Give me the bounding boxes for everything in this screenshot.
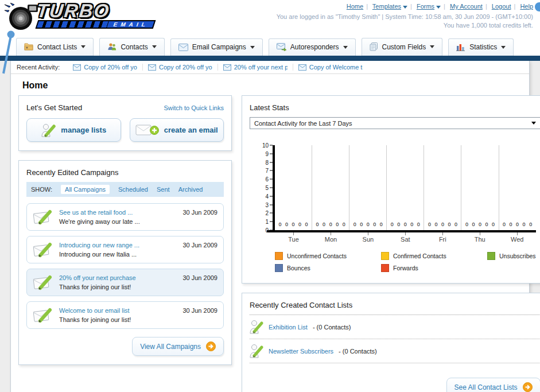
campaign-row[interactable]: Introducing our new range ... Introducin…: [26, 236, 224, 263]
logo-text: TURBO EMAIL: [37, 2, 154, 29]
switch-quick-links-link[interactable]: Switch to Quick Links: [164, 104, 224, 111]
chevron-down-icon: [152, 45, 157, 48]
chart-legend: Unconfirmed ContactsConfirmed ContactsUn…: [275, 252, 536, 272]
envelope-pencil-icon: [33, 242, 53, 258]
folder-icon: [24, 42, 33, 51]
filter-sent[interactable]: Sent: [157, 186, 170, 193]
recent-contact-lists-panel: Recently Created Contact Lists Exhibitio…: [242, 293, 540, 392]
envelope-icon: [298, 64, 306, 71]
contact-list-count: - (0 Contacts): [313, 324, 351, 331]
header: TURBO EMAIL Home| Templates| Forms| My A…: [0, 0, 540, 36]
recent-activity-item[interactable]: Copy of Welcome to: [293, 64, 368, 71]
envelope-pencil-icon: [33, 307, 53, 324]
navy-divider-bar: [0, 56, 540, 61]
nav-link-home[interactable]: Home: [347, 3, 363, 10]
latest-stats-title: Latest Stats: [250, 103, 540, 112]
contact-list-link[interactable]: Newsletter Subscribers: [269, 348, 333, 355]
nav-link-templates[interactable]: Templates: [372, 3, 407, 10]
tab-autoresponders[interactable]: Autoresponders: [269, 38, 356, 56]
legend-item: Unconfirmed Contacts: [275, 252, 381, 260]
recent-contact-lists-title: Recently Created Contact Lists: [250, 301, 540, 309]
stats-period-select[interactable]: Contact Activity for the Last 7 Days: [250, 117, 540, 129]
contact-activity-chart: 109876543210 000000000000000000000000000…: [258, 145, 536, 272]
legend-item: Bounces: [275, 264, 381, 272]
chevron-down-icon: [531, 122, 536, 125]
campaign-title-link[interactable]: See us at the retail food ...: [59, 208, 177, 218]
campaign-subtitle: Introducing our new Italia ...: [59, 250, 177, 259]
nav-link-help[interactable]: Help: [520, 3, 533, 10]
campaign-subtitle: Thanks for joining our list!: [59, 282, 177, 292]
pages-icon: [370, 42, 378, 51]
get-started-title: Let's Get Started: [26, 103, 82, 112]
tab-email-campaigns[interactable]: Email Campaigns: [170, 38, 263, 56]
filter-scheduled[interactable]: Scheduled: [118, 186, 148, 193]
recent-activity-item[interactable]: Copy of 20% off yo: [68, 64, 142, 71]
campaign-filter-bar: SHOW: All Campaigns Scheduled Sent Archi…: [26, 182, 224, 197]
turbo-swirl-icon: [5, 3, 40, 32]
contact-list-item: Newsletter Subscribers - (0 Contacts): [250, 339, 540, 363]
recent-campaigns-title: Recently Edited Campaigns: [26, 168, 224, 177]
manage-lists-button[interactable]: manage lists: [26, 118, 121, 142]
chart-plot: 00000000000000000000000000000000000: [273, 145, 536, 230]
envelope-icon: [178, 44, 188, 51]
nav-link-logout[interactable]: Logout: [492, 3, 511, 10]
contact-list-link[interactable]: Exhibition List: [269, 324, 308, 331]
tab-contacts[interactable]: Contacts: [99, 38, 164, 56]
recent-campaigns-panel: Recently Edited Campaigns SHOW: All Camp…: [18, 160, 232, 365]
person-pencil-icon: [250, 319, 263, 335]
chevron-down-icon: [501, 46, 506, 49]
latest-stats-panel: Latest Stats Contact Activity for the La…: [242, 95, 540, 284]
campaign-title-link[interactable]: Welcome to our email list: [59, 306, 177, 316]
main-nav-tabs: Contact Lists Contacts Email Campaigns A…: [0, 36, 540, 56]
header-right: Home| Templates| Forms| My Account| Logo…: [277, 3, 533, 30]
campaign-title-link[interactable]: Introducing our new range ...: [59, 240, 177, 250]
logo-email-bar: EMAIL: [36, 20, 156, 29]
bar-chart-icon: [456, 43, 465, 51]
chevron-down-icon: [430, 45, 434, 48]
chart-x-labels: TueMonSunSatFriThuWed: [275, 232, 536, 243]
filter-archived[interactable]: Archived: [178, 186, 203, 193]
campaign-subtitle: Thanks for joining our list!: [59, 315, 177, 325]
arrow-circle-icon: [523, 382, 533, 392]
turbo-email-logo: TURBO EMAIL: [5, 2, 154, 32]
campaign-row[interactable]: See us at the retail food ... We're givi…: [26, 203, 224, 231]
envelope-icon: [148, 64, 156, 71]
contacts-icon: [107, 42, 116, 51]
chevron-down-icon: [343, 46, 348, 49]
see-all-contact-lists-button[interactable]: See All Contact Lists: [446, 378, 540, 392]
logo-title: TURBO: [36, 2, 155, 20]
callout-pointer: [0, 30, 17, 75]
login-info-line: You are logged in as "Timothy Smith" | S…: [277, 13, 533, 21]
logo-stripes: [37, 21, 108, 28]
tab-statistics[interactable]: Statistics: [448, 38, 514, 56]
recent-activity-item[interactable]: Copy of 20% off yo: [142, 64, 217, 71]
header-links: Home| Templates| Forms| My Account| Logo…: [277, 3, 533, 10]
campaign-date: 30 Jun 2009: [182, 242, 217, 249]
chevron-down-icon: [81, 45, 86, 48]
get-started-panel: Let's Get Started Switch to Quick Links …: [18, 95, 232, 151]
nav-link-my-account[interactable]: My Account: [450, 3, 483, 10]
envelope-pencil-icon: [33, 274, 53, 291]
campaign-title-link[interactable]: 20% off your next purchase: [59, 273, 177, 283]
campaign-row[interactable]: Welcome to our email list Thanks for joi…: [26, 301, 224, 329]
chart-y-axis: 109876543210: [258, 145, 273, 230]
person-pencil-icon: [41, 123, 56, 138]
recent-activity-bar: Recent Activity: Copy of 20% off yo Copy…: [11, 61, 529, 74]
view-all-campaigns-button[interactable]: View All Campaigns: [132, 337, 224, 356]
filter-all-campaigns[interactable]: All Campaigns: [61, 185, 110, 194]
campaign-subtitle: We're giving away our late ...: [59, 217, 177, 227]
show-label: SHOW:: [31, 186, 52, 193]
corner-dot-icon: [535, 2, 540, 11]
recent-activity-item[interactable]: 20% off your next p: [217, 64, 293, 71]
login-info: You are logged in as "Timothy Smith" | S…: [277, 13, 533, 30]
arrow-circle-icon: [206, 341, 216, 351]
tab-custom-fields[interactable]: Custom Fields: [362, 38, 443, 56]
contact-list-count: - (0 Contacts): [339, 348, 377, 355]
campaign-row[interactable]: 20% off your next purchase Thanks for jo…: [26, 269, 224, 296]
envelope-icon: [223, 64, 231, 71]
legend-item: Forwards: [381, 264, 487, 272]
tab-contact-lists[interactable]: Contact Lists: [16, 38, 94, 56]
campaign-date: 30 Jun 2009: [182, 307, 217, 314]
nav-link-forms[interactable]: Forms: [417, 3, 441, 10]
create-email-button[interactable]: create an email: [130, 118, 224, 142]
